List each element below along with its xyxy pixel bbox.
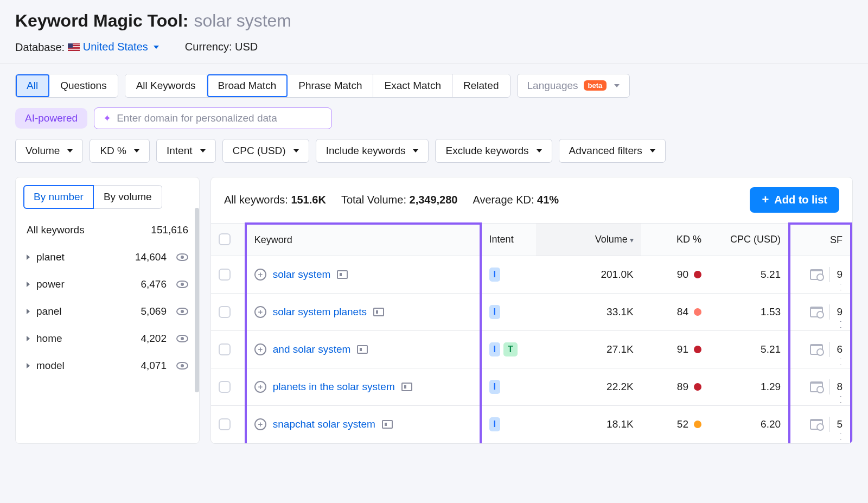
sidebar-item-label: power xyxy=(36,278,134,290)
serp-preview-icon[interactable] xyxy=(810,269,823,280)
questions-segment: All Questions xyxy=(15,74,118,98)
eye-icon[interactable] xyxy=(176,308,188,315)
scrollbar[interactable] xyxy=(195,208,199,392)
col-kd[interactable]: KD % xyxy=(641,224,709,256)
eye-icon[interactable] xyxy=(176,335,188,342)
keyword-link[interactable]: solar system planets xyxy=(273,306,367,318)
add-keyword-icon[interactable]: + xyxy=(254,306,266,318)
add-keyword-icon[interactable]: + xyxy=(254,269,266,281)
keyword-link[interactable]: and solar system xyxy=(273,343,351,355)
serp-preview-icon[interactable] xyxy=(810,307,823,317)
row-checkbox[interactable] xyxy=(219,381,231,393)
languages-label: Languages xyxy=(527,80,578,92)
col-cpc[interactable]: CPC (USD) xyxy=(709,224,789,256)
row-checkbox[interactable] xyxy=(219,343,231,355)
sidebar-item-label: planet xyxy=(36,251,129,263)
sf-count: 8- - xyxy=(837,381,843,393)
serp-preview-icon[interactable] xyxy=(810,419,823,430)
serp-icon[interactable] xyxy=(382,420,393,429)
results-table: Keyword Intent Volume▾ KD % CPC (USD) SF… xyxy=(211,222,852,443)
sidebar-item[interactable]: model 4,071 xyxy=(16,352,199,379)
sf-count: 5- - xyxy=(837,418,843,430)
cpc-cell: 5.21 xyxy=(709,256,789,293)
match-segment: All Keywords Broad Match Phrase Match Ex… xyxy=(125,74,510,98)
exclude-keywords-filter[interactable]: Exclude keywords xyxy=(435,139,552,163)
intent-filter[interactable]: Intent xyxy=(156,139,216,163)
row-checkbox[interactable] xyxy=(219,269,231,281)
add-keyword-icon[interactable]: + xyxy=(254,381,266,393)
chevron-down-icon xyxy=(67,149,73,152)
keyword-link[interactable]: snapchat solar system xyxy=(273,418,375,430)
sidebar-summary-row[interactable]: All keywords 151,616 xyxy=(16,217,199,244)
divider xyxy=(829,379,830,394)
currency-label: Currency: xyxy=(185,41,232,53)
sidebar-item[interactable]: panel 5,069 xyxy=(16,298,199,325)
volume-filter[interactable]: Volume xyxy=(15,139,83,163)
kd-filter[interactable]: KD % xyxy=(90,139,150,163)
cpc-filter[interactable]: CPC (USD) xyxy=(222,139,309,163)
sf-count: 9- - xyxy=(837,306,843,318)
add-keyword-icon[interactable]: + xyxy=(254,343,266,355)
keyword-groups-sidebar: By number By volume All keywords 151,616… xyxy=(15,177,200,444)
sidebar-list: planet 14,604 power 6,476 panel 5,069 ho… xyxy=(16,244,199,443)
intent-badge-i: I xyxy=(489,305,500,319)
col-keyword[interactable]: Keyword xyxy=(246,224,481,256)
currency-value: USD xyxy=(235,41,258,53)
sf-count: 9- - xyxy=(837,269,843,281)
row-checkbox[interactable] xyxy=(219,306,231,318)
serp-icon[interactable] xyxy=(401,383,412,391)
serp-preview-icon[interactable] xyxy=(810,344,823,355)
divider xyxy=(829,417,830,432)
keyword-link[interactable]: planets in the solar system xyxy=(273,381,395,393)
seg-exact[interactable]: Exact Match xyxy=(373,74,452,97)
include-keywords-filter[interactable]: Include keywords xyxy=(316,139,429,163)
currency-display: Currency: USD xyxy=(185,41,258,54)
intent-badge-i: I xyxy=(489,417,500,431)
kd-cell: 52 xyxy=(677,418,701,430)
sparkle-icon: ✦ xyxy=(103,112,111,124)
seg-all-keywords[interactable]: All Keywords xyxy=(125,74,207,97)
ai-domain-input[interactable] xyxy=(117,112,323,124)
eye-icon[interactable] xyxy=(176,362,188,370)
row-checkbox[interactable] xyxy=(219,418,231,430)
sidebar-item-label: model xyxy=(36,360,134,372)
seg-related[interactable]: Related xyxy=(452,74,510,97)
volume-cell: 18.1K xyxy=(536,405,641,443)
seg-questions[interactable]: Questions xyxy=(49,74,118,97)
tab-by-volume[interactable]: By volume xyxy=(94,185,162,209)
eye-icon[interactable] xyxy=(176,281,188,288)
sidebar-item-label: home xyxy=(36,333,134,345)
cpc-cell: 1.29 xyxy=(709,368,789,405)
languages-dropdown[interactable]: Languages beta xyxy=(517,74,630,98)
keyword-link[interactable]: solar system xyxy=(273,269,331,281)
col-sf[interactable]: SF xyxy=(789,224,851,256)
all-keywords-count: 151,616 xyxy=(151,224,188,236)
intent-badge-i: I xyxy=(489,380,500,394)
serp-icon[interactable] xyxy=(337,270,348,279)
col-volume[interactable]: Volume▾ xyxy=(536,224,641,256)
stat-avg-kd: Average KD: 41% xyxy=(473,194,559,206)
intent-cell: I xyxy=(489,380,529,394)
col-intent[interactable]: Intent xyxy=(481,224,537,256)
intent-badge-i: I xyxy=(489,268,500,282)
select-all-checkbox[interactable] xyxy=(219,233,231,245)
advanced-filters[interactable]: Advanced filters xyxy=(559,139,666,163)
seg-broad[interactable]: Broad Match xyxy=(207,74,288,97)
add-to-list-button[interactable]: + Add to list xyxy=(750,187,839,213)
sidebar-item-label: panel xyxy=(36,305,134,317)
database-selector[interactable]: Database: United States xyxy=(15,41,159,54)
table-row: + solar system I 201.0K 90 5.21 9- - xyxy=(211,256,851,293)
ai-domain-field[interactable]: ✦ xyxy=(94,107,332,129)
results-panel: All keywords: 151.6K Total Volume: 2,349… xyxy=(210,177,853,444)
eye-icon[interactable] xyxy=(176,253,188,261)
add-keyword-icon[interactable]: + xyxy=(254,418,266,430)
sidebar-item[interactable]: power 6,476 xyxy=(16,271,199,298)
sidebar-item[interactable]: planet 14,604 xyxy=(16,244,199,271)
tab-by-number[interactable]: By number xyxy=(23,185,94,209)
serp-preview-icon[interactable] xyxy=(810,381,823,392)
seg-all[interactable]: All xyxy=(16,74,49,97)
serp-icon[interactable] xyxy=(357,345,368,354)
seg-phrase[interactable]: Phrase Match xyxy=(288,74,373,97)
serp-icon[interactable] xyxy=(373,308,384,316)
sidebar-item[interactable]: home 4,202 xyxy=(16,325,199,352)
